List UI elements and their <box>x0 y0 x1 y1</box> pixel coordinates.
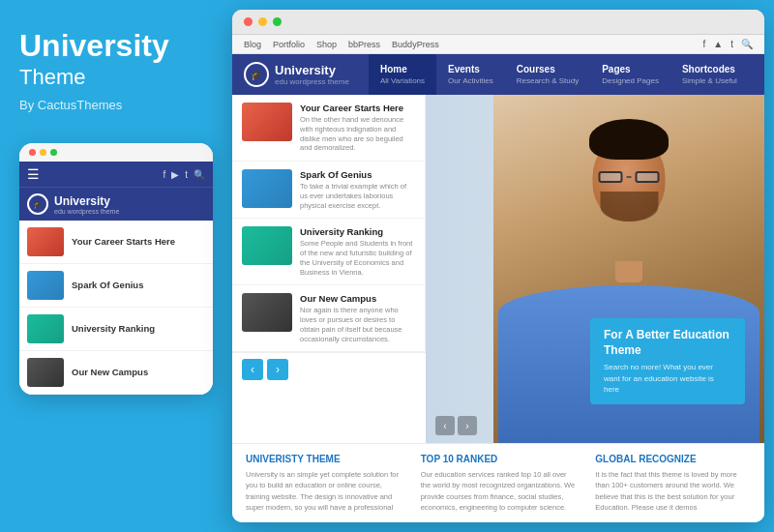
topbar-youtube-icon[interactable]: ▲ <box>713 39 723 49</box>
topbar-search-icon[interactable]: 🔍 <box>741 39 753 49</box>
hero-cta-box: For A Better Education Theme Search no m… <box>590 318 745 404</box>
mobile-list-item: Our New Campus <box>19 351 213 395</box>
nav-item[interactable]: Courses Research & Study <box>505 54 590 95</box>
prev-arrow-button[interactable]: ‹ <box>242 359 263 380</box>
browser-dot-yellow <box>258 17 267 26</box>
nav-item-label: Shortcodes <box>682 64 737 74</box>
left-author: By CactusThemes <box>19 98 213 112</box>
site-list-thumb <box>242 103 292 141</box>
site-logo-sub: edu wordpress theme <box>275 77 349 86</box>
mobile-dot-red <box>29 149 36 156</box>
mobile-list-item: Spark Of Genius <box>19 264 213 308</box>
site-list-thumb <box>242 226 292 265</box>
next-arrow-button[interactable]: › <box>267 359 288 380</box>
topbar-link[interactable]: bbPress <box>348 40 380 49</box>
mobile-logo-icon: 🎓 <box>27 193 48 215</box>
nav-item-sub: Our Activities <box>448 76 493 85</box>
site-topbar: BlogPortfolioShopbbPressBuddyPress f ▲ t… <box>232 35 764 54</box>
mobile-item-thumb <box>27 227 64 256</box>
topbar-link[interactable]: Blog <box>244 40 261 49</box>
site-logo-name: University <box>275 63 349 77</box>
nav-item-sub: Simple & Useful <box>682 76 737 85</box>
nav-item-label: Home <box>380 64 425 74</box>
hero-hair <box>589 119 669 160</box>
mobile-nav-icons: f ▶ t 🔍 <box>163 169 205 180</box>
hamburger-icon[interactable]: ☰ <box>27 166 40 182</box>
nav-item[interactable]: Shortcodes Simple & Useful <box>670 54 749 95</box>
footer-col-text: Our education services ranked top 10 all… <box>421 469 577 513</box>
site-list-title: Your Career Starts Here <box>300 103 415 113</box>
site-navbar: 🎓 University edu wordpress theme Home Al… <box>232 54 764 95</box>
browser-chrome <box>232 10 764 35</box>
browser-dot-red <box>244 17 253 26</box>
site-list-desc: To take a trivial example which of us ev… <box>300 182 415 210</box>
mobile-top-bar <box>19 143 213 162</box>
hero-next-button[interactable]: › <box>458 416 477 435</box>
site-list-title: Spark Of Genius <box>300 169 415 180</box>
mobile-dot-yellow <box>40 149 46 156</box>
hero-glasses <box>599 169 660 185</box>
mobile-item-title: Our New Campus <box>72 367 148 378</box>
hero-neck <box>615 261 642 282</box>
topbar-link[interactable]: BuddyPress <box>392 40 439 49</box>
footer-column: TOP 10 RANKED Our education services ran… <box>421 454 577 513</box>
left-subtitle: Theme <box>19 65 213 90</box>
site-list-item: Spark Of Genius To take a trivial exampl… <box>232 162 425 219</box>
mobile-logo-text: University <box>54 194 119 208</box>
site-list-item: Your Career Starts Here On the other han… <box>232 95 425 162</box>
search-icon[interactable]: 🔍 <box>194 169 205 180</box>
site-list-item: Our New Campus Nor again is there anyone… <box>232 285 425 352</box>
hero-beard <box>600 192 658 222</box>
mobile-logo-group: University edu wordpress theme <box>54 194 119 215</box>
nav-item-sub: Research & Study <box>517 76 579 85</box>
footer-col-title: GLOBAL RECOGNIZE <box>595 454 751 464</box>
facebook-icon[interactable]: f <box>163 169 165 180</box>
left-title: University <box>19 29 213 63</box>
topbar-facebook-icon[interactable]: f <box>703 39 706 49</box>
site-list-title: University Ranking <box>300 226 415 237</box>
mobile-logo-sub: edu wordpress theme <box>54 208 119 215</box>
site-hero: For A Better Education Theme Search no m… <box>426 95 764 443</box>
mobile-nav-bar: ☰ f ▶ t 🔍 <box>19 162 213 187</box>
site-list-thumb <box>242 169 292 208</box>
browser-dot-green <box>273 17 282 26</box>
footer-col-text: University is an simple yet complete sol… <box>246 469 402 513</box>
hero-cta-desc: Search no more! What you ever want for a… <box>604 362 731 395</box>
footer-col-title: TOP 10 RANKED <box>421 454 577 464</box>
site-list-title: Our New Campus <box>300 293 415 304</box>
topbar-link[interactable]: Shop <box>316 40 337 49</box>
hero-background: For A Better Education Theme Search no m… <box>426 95 764 443</box>
footer-col-text: It is the fact that this theme is loved … <box>595 469 751 513</box>
mobile-item-thumb <box>27 314 64 343</box>
nav-item[interactable]: Events Our Activities <box>436 54 505 95</box>
site-list-desc: Nor again is there anyone who loves or p… <box>300 306 415 343</box>
mobile-item-thumb <box>27 271 64 300</box>
site-main: Your Career Starts Here On the other han… <box>232 95 764 443</box>
topbar-twitter-icon[interactable]: t <box>730 39 733 49</box>
mobile-list-item: Your Career Starts Here <box>19 221 213 264</box>
hero-prev-button[interactable]: ‹ <box>435 416 455 435</box>
youtube-icon[interactable]: ▶ <box>171 169 179 180</box>
nav-item-label: Pages <box>602 64 659 74</box>
browser-mockup: BlogPortfolioShopbbPressBuddyPress f ▲ t… <box>232 10 764 522</box>
site-list: Your Career Starts Here On the other han… <box>232 95 426 352</box>
nav-item[interactable]: Pages Designed Pages <box>590 54 670 95</box>
nav-item[interactable]: Home All Variations <box>369 54 436 95</box>
site-nav-items: Home All Variations Events Our Activitie… <box>369 54 753 95</box>
topbar-link[interactable]: Portfolio <box>273 40 305 49</box>
mobile-mockup: ☰ f ▶ t 🔍 🎓 University edu wordpress the… <box>19 143 213 395</box>
site-topbar-icons: f ▲ t 🔍 <box>703 39 753 49</box>
mobile-item-title: Spark Of Genius <box>72 280 143 291</box>
footer-column: UNIVERISTY THEME University is an simple… <box>246 454 402 513</box>
twitter-icon[interactable]: t <box>185 169 188 180</box>
site-wrapper: BlogPortfolioShopbbPressBuddyPress f ▲ t… <box>232 35 764 522</box>
mobile-content: Your Career Starts Here Spark Of Genius … <box>19 221 213 395</box>
site-list-desc: Some People and Students in front of the… <box>300 239 415 277</box>
site-topbar-links: BlogPortfolioShopbbPressBuddyPress <box>244 40 439 49</box>
nav-item-label: Courses <box>517 64 579 74</box>
mobile-item-thumb <box>27 358 64 387</box>
nav-item-sub: All Variations <box>380 76 425 85</box>
site-nav-arrows: ‹ › <box>232 352 426 386</box>
site-list-info: University Ranking Some People and Stude… <box>300 226 415 277</box>
hero-cta-title: For A Better Education Theme <box>604 328 731 358</box>
